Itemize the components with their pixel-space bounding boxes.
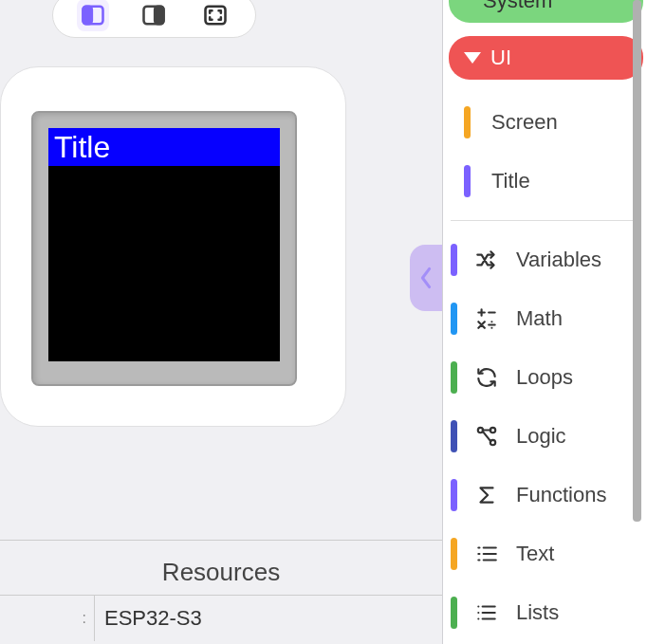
svg-rect-1 xyxy=(83,7,92,25)
block-palette: System UI Screen Title Variables Math Lo… xyxy=(442,0,647,644)
ui-title-item[interactable]: Title xyxy=(443,152,647,211)
category-label: Variables xyxy=(516,248,601,272)
shuffle-icon xyxy=(474,248,499,272)
device-screen[interactable]: Title xyxy=(48,128,280,361)
left-panel: Title Resources ESP32-S3 xyxy=(0,0,442,644)
color-indicator xyxy=(451,479,457,511)
graph-icon xyxy=(474,424,499,449)
resources-row: ESP32-S3 xyxy=(0,596,442,641)
svg-rect-4 xyxy=(205,7,225,25)
cycle-icon xyxy=(474,365,499,390)
screen-title-bar[interactable]: Title xyxy=(48,128,280,166)
svg-rect-3 xyxy=(156,7,164,25)
device-frame: Title xyxy=(31,111,297,386)
color-indicator xyxy=(451,420,457,452)
expand-icon xyxy=(202,2,229,28)
resources-panel: Resources ESP32-S3 xyxy=(0,540,442,644)
view-toolbar xyxy=(52,0,256,38)
category-label: Functions xyxy=(516,483,606,507)
resource-chip: ESP32-S3 xyxy=(95,606,202,631)
color-indicator xyxy=(451,538,457,570)
math-ops-icon xyxy=(474,306,499,331)
category-logic[interactable]: Logic xyxy=(443,407,647,466)
chevron-down-icon xyxy=(464,52,481,64)
category-label: Text xyxy=(516,542,554,566)
list-item-label: Screen xyxy=(491,110,558,135)
split-right-icon xyxy=(140,2,167,28)
color-indicator xyxy=(464,106,471,138)
collapse-sidebar-tab[interactable] xyxy=(410,245,442,311)
scrollbar[interactable] xyxy=(633,0,641,522)
list-item-label: Title xyxy=(491,169,530,193)
chevron-left-icon xyxy=(417,267,434,289)
category-math[interactable]: Math xyxy=(443,289,647,348)
list-icon xyxy=(474,600,499,625)
color-indicator xyxy=(451,597,457,629)
category-label: Math xyxy=(516,306,563,331)
ui-screen-item[interactable]: Screen xyxy=(443,93,647,152)
category-label: UI xyxy=(490,46,511,70)
color-indicator xyxy=(464,165,471,197)
split-left-icon xyxy=(80,2,106,28)
category-label: System xyxy=(483,0,552,13)
category-system[interactable]: System xyxy=(449,0,643,23)
category-label: Lists xyxy=(516,600,559,625)
separator xyxy=(451,220,639,221)
category-functions[interactable]: Functions xyxy=(443,466,647,524)
fullscreen-button[interactable] xyxy=(199,0,231,31)
color-indicator xyxy=(451,303,457,335)
category-label: Logic xyxy=(516,424,566,449)
split-right-button[interactable] xyxy=(138,0,170,31)
ui-subitems: Screen Title xyxy=(443,93,647,211)
category-lists[interactable]: Lists xyxy=(443,583,647,642)
color-indicator xyxy=(451,244,457,276)
resource-label-col xyxy=(0,596,95,641)
color-indicator xyxy=(451,361,457,394)
category-label: Loops xyxy=(516,365,573,390)
category-loops[interactable]: Loops xyxy=(443,348,647,407)
resources-header: Resources xyxy=(0,541,442,596)
list-text-icon xyxy=(474,542,499,566)
category-variables[interactable]: Variables xyxy=(443,230,647,289)
category-ui[interactable]: UI xyxy=(449,36,643,80)
sigma-icon xyxy=(474,483,499,507)
split-view-button[interactable] xyxy=(77,0,109,31)
preview-card: Title xyxy=(0,66,346,427)
category-text[interactable]: Text xyxy=(443,524,647,583)
